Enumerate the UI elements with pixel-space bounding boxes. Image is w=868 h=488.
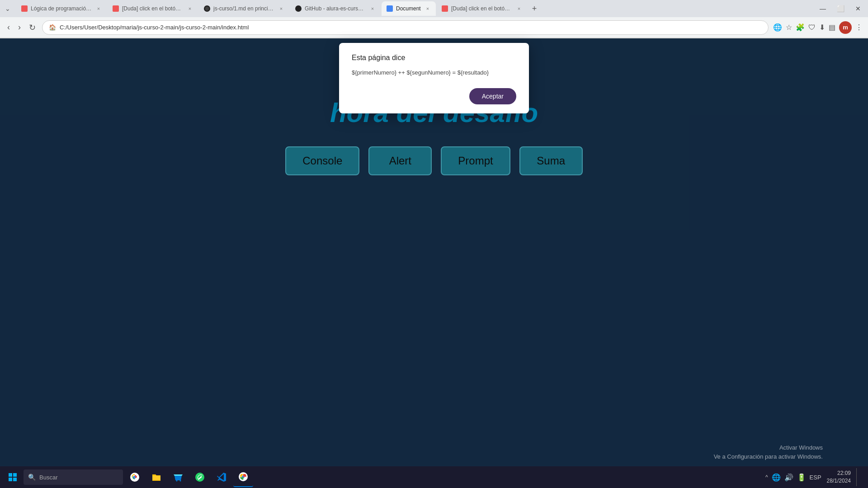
tab-favicon-github <box>295 5 302 12</box>
tab-close-duda1[interactable]: × <box>186 5 193 12</box>
tab-label-jscurso: js-curso/1.md en principal... <box>213 5 275 12</box>
minimize-button[interactable]: — <box>816 5 830 12</box>
tab-bar: ⌄ Lógica de programación: c... × [Duda] … <box>0 0 868 17</box>
tab-close-logica[interactable]: × <box>95 5 102 12</box>
sidebar-icon[interactable]: ▤ <box>829 23 835 32</box>
tab-label-document: Document <box>396 5 421 12</box>
taskbar-search[interactable]: 🔍 Buscar <box>24 469 123 485</box>
network-icon[interactable]: 🌐 <box>772 473 781 482</box>
svg-rect-4 <box>9 478 12 481</box>
tab-label-duda1: [Duda] click en el botón |... <box>122 5 184 12</box>
tab-close-duda2[interactable]: × <box>515 5 523 12</box>
address-text: C:/Users/User/Desktop/maria/js-curso-2-m… <box>60 24 762 31</box>
translate-icon[interactable]: 🌐 <box>773 23 782 32</box>
profile-avatar[interactable]: m <box>839 21 852 34</box>
taskbar-chrome-active[interactable] <box>233 467 253 487</box>
search-placeholder: Buscar <box>39 474 57 481</box>
back-button[interactable]: ‹ <box>5 21 12 34</box>
tab-document[interactable]: Document × <box>382 1 436 16</box>
taskbar: 🔍 Buscar <box>0 466 868 488</box>
svg-rect-2 <box>9 473 12 477</box>
dialog-title: Esta página dice <box>352 54 516 62</box>
tab-label-github: GitHub - alura-es-cursos/j... <box>305 5 366 12</box>
window-controls: — ⬜ ✕ <box>816 5 864 12</box>
taskbar-clock[interactable]: 22:09 28/1/2024 <box>827 469 851 485</box>
lock-icon: 🏠 <box>49 24 56 31</box>
extensions-icon[interactable]: 🧩 <box>796 23 805 32</box>
taskbar-vscode[interactable] <box>212 467 231 487</box>
browser-nav-left: ⌄ <box>4 5 12 13</box>
address-bar: ‹ › ↻ 🏠 C:/Users/User/Desktop/maria/js-c… <box>0 17 868 38</box>
tab-favicon-duda2 <box>441 5 448 12</box>
alert-dialog: Esta página dice ${primerNumero} ++ ${se… <box>339 43 529 113</box>
shield-icon[interactable]: 🛡 <box>808 23 816 32</box>
dialog-message: ${primerNumero} ++ ${segunNumero} = ${re… <box>352 68 516 77</box>
taskbar-right: ^ 🌐 🔊 🔋 ESP 22:09 28/1/2024 <box>765 468 864 486</box>
tab-duda2[interactable]: [Duda] click en el botón |... × <box>437 1 527 16</box>
download-icon[interactable]: ⬇ <box>819 23 825 32</box>
toolbar-icons: 🌐 ☆ 🧩 🛡 ⬇ ▤ m ⋮ <box>773 21 863 34</box>
start-button[interactable] <box>4 468 22 486</box>
svg-point-10 <box>195 473 204 482</box>
tab-github[interactable]: GitHub - alura-es-cursos/j... × <box>290 1 381 16</box>
tab-favicon-document <box>386 5 393 12</box>
svg-point-9 <box>180 480 181 482</box>
sound-icon[interactable]: 🔊 <box>784 473 793 482</box>
systray: ^ 🌐 🔊 🔋 ESP <box>765 473 821 482</box>
search-icon: 🔍 <box>28 474 36 481</box>
language-indicator[interactable]: ESP <box>810 474 821 481</box>
tab-jscurso[interactable]: js-curso/1.md en principal... × <box>199 1 289 16</box>
show-desktop-button[interactable] <box>856 468 859 486</box>
activate-line1: Activar Windows <box>714 443 823 452</box>
activate-line2: Ve a Configuración para activar Windows. <box>714 452 823 461</box>
taskbar-store[interactable] <box>168 467 188 487</box>
tab-favicon-duda1 <box>112 5 119 12</box>
taskbar-chrome[interactable] <box>125 467 145 487</box>
taskbar-whatsapp[interactable] <box>190 467 210 487</box>
svg-rect-5 <box>13 478 17 481</box>
tab-duda1[interactable]: [Duda] click en el botón |... × <box>108 1 198 16</box>
reload-button[interactable]: ↻ <box>27 21 38 34</box>
bookmark-icon[interactable]: ☆ <box>786 23 792 32</box>
new-tab-button[interactable]: + <box>528 2 541 15</box>
svg-point-1 <box>295 5 302 12</box>
tab-close-github[interactable]: × <box>369 5 376 12</box>
tab-logica[interactable]: Lógica de programación: c... × <box>16 1 107 16</box>
forward-button[interactable]: › <box>16 21 23 34</box>
svg-rect-3 <box>13 473 17 477</box>
restore-button[interactable]: ⬜ <box>833 5 848 12</box>
tab-close-document[interactable]: × <box>424 5 431 12</box>
clock-date: 28/1/2024 <box>827 477 851 485</box>
taskbar-files[interactable] <box>146 467 166 487</box>
tab-list-button[interactable]: ⌄ <box>4 5 12 13</box>
browser-chrome: ⌄ Lógica de programación: c... × [Duda] … <box>0 0 868 38</box>
chevron-up-icon[interactable]: ^ <box>765 474 768 480</box>
tab-label-duda2: [Duda] click en el botón |... <box>451 5 513 12</box>
page-content: Esta página dice ${primerNumero} ++ ${se… <box>0 38 868 488</box>
tab-favicon-logica <box>21 5 28 12</box>
activate-windows: Activar Windows Ve a Configuración para … <box>714 443 823 461</box>
tab-label-logica: Lógica de programación: c... <box>31 5 92 12</box>
accept-button[interactable]: Aceptar <box>469 88 516 104</box>
close-window-button[interactable]: ✕ <box>852 5 864 12</box>
dialog-buttons: Aceptar <box>352 88 516 104</box>
clock-time: 22:09 <box>827 469 851 477</box>
dialog-overlay: Esta página dice ${primerNumero} ++ ${se… <box>0 38 868 488</box>
address-input-wrapper[interactable]: 🏠 C:/Users/User/Desktop/maria/js-curso-2… <box>42 20 769 35</box>
svg-point-8 <box>176 480 178 482</box>
menu-button[interactable]: ⋮ <box>855 23 863 32</box>
tab-favicon-jscurso <box>203 5 211 12</box>
battery-icon[interactable]: 🔋 <box>797 473 806 482</box>
tab-close-jscurso[interactable]: × <box>278 5 285 12</box>
